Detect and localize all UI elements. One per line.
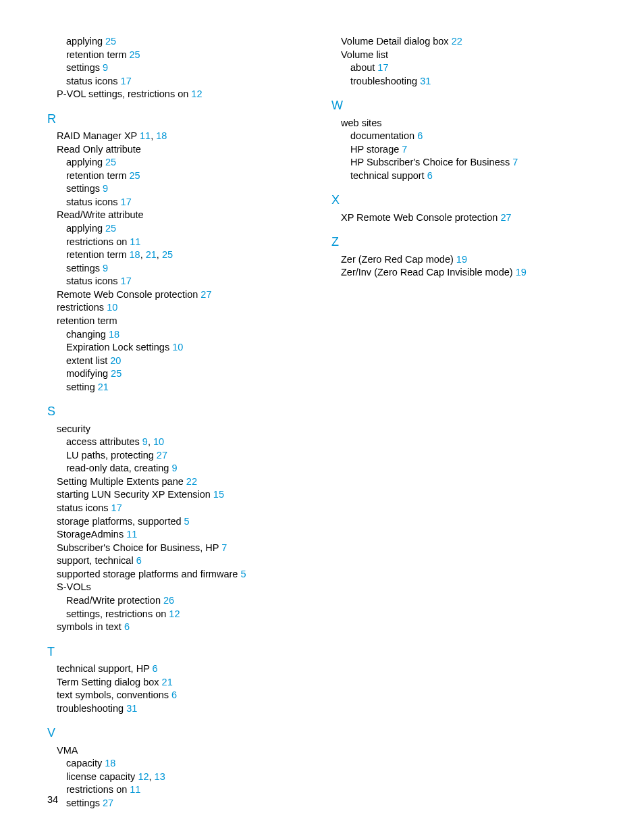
page-link[interactable]: 6 bbox=[171, 689, 177, 700]
page-link[interactable]: 9 bbox=[103, 263, 108, 273]
page-link[interactable]: 27 bbox=[103, 798, 113, 808]
index-entry-text: retention term bbox=[66, 49, 126, 60]
page-link[interactable]: 17 bbox=[121, 197, 132, 207]
page-link[interactable]: 25 bbox=[162, 249, 173, 260]
index-entry: Setting Multiple Extents pane 22 bbox=[57, 475, 313, 489]
page-link[interactable]: 21 bbox=[162, 677, 173, 687]
page-link[interactable]: 11 bbox=[130, 236, 140, 247]
page-link[interactable]: 6 bbox=[427, 170, 433, 181]
page-link[interactable]: 18 bbox=[109, 329, 119, 340]
index-entry: Read/Write protection 26 bbox=[66, 594, 313, 608]
index-entry: Volume list bbox=[341, 49, 597, 62]
page-link[interactable]: 26 bbox=[163, 595, 174, 606]
index-entry-text: settings bbox=[66, 62, 100, 73]
index-entry-text: security bbox=[57, 423, 90, 434]
page-link[interactable]: 20 bbox=[110, 355, 121, 366]
page-link[interactable]: 9 bbox=[171, 463, 177, 473]
index-entry-text: HP storage bbox=[350, 144, 399, 155]
page-link[interactable]: 22 bbox=[452, 36, 462, 47]
page-link[interactable]: 9 bbox=[103, 183, 108, 194]
index-right-column: Volume Detail dialog box 22Volume listab… bbox=[331, 35, 597, 810]
index-entry-text: P-VOL settings, restrictions on bbox=[57, 88, 188, 99]
page-link[interactable]: 6 bbox=[417, 130, 423, 141]
page-link[interactable]: 12 bbox=[138, 771, 149, 782]
page-link[interactable]: 13 bbox=[155, 771, 165, 782]
page-link[interactable]: 12 bbox=[191, 88, 202, 99]
page-link[interactable]: 18 bbox=[156, 130, 167, 141]
page-link[interactable]: 9 bbox=[103, 62, 108, 73]
page-link[interactable]: 31 bbox=[126, 703, 137, 714]
page-link[interactable]: 19 bbox=[516, 267, 527, 278]
page-link[interactable]: 18 bbox=[105, 758, 115, 768]
index-entry: starting LUN Security XP Extension 15 bbox=[57, 488, 313, 502]
index-entry: restrictions on 11 bbox=[66, 783, 313, 797]
page-link[interactable]: 21 bbox=[98, 382, 109, 392]
index-section-v: V bbox=[47, 725, 313, 741]
page-link[interactable]: 7 bbox=[221, 542, 227, 553]
index-section-z: Z bbox=[331, 234, 597, 250]
index-entry-text: settings bbox=[66, 798, 100, 808]
page-link[interactable]: 25 bbox=[105, 223, 116, 234]
page-link[interactable]: 6 bbox=[124, 621, 130, 632]
index-entry-text: extent list bbox=[66, 355, 107, 366]
index-section-x: X bbox=[331, 192, 597, 208]
index-page: applying 25retention term 25settings 9st… bbox=[0, 0, 644, 810]
page-link[interactable]: 27 bbox=[200, 289, 211, 300]
index-entry: technical support, HP 6 bbox=[57, 662, 313, 676]
page-link[interactable]: 25 bbox=[111, 368, 122, 379]
page-link[interactable]: 17 bbox=[121, 76, 132, 86]
page-link[interactable]: 11 bbox=[140, 130, 151, 141]
page-link[interactable]: 31 bbox=[420, 76, 431, 86]
page-link[interactable]: 5 bbox=[184, 516, 190, 527]
index-entry-text: read-only data, creating bbox=[66, 463, 169, 473]
page-link[interactable]: 17 bbox=[121, 276, 132, 286]
page-link[interactable]: 17 bbox=[377, 62, 388, 73]
page-link[interactable]: 11 bbox=[130, 784, 140, 795]
page-link[interactable]: 19 bbox=[456, 254, 467, 265]
page-link[interactable]: 7 bbox=[512, 157, 518, 167]
page-link[interactable]: 11 bbox=[126, 529, 137, 540]
index-entry: HP storage 7 bbox=[350, 143, 597, 157]
index-entry-text: S-VOLs bbox=[57, 581, 91, 592]
index-entry-text: VMA bbox=[57, 745, 78, 756]
index-entry: RAID Manager XP 11, 18 bbox=[57, 130, 313, 143]
index-entry-text: capacity bbox=[66, 758, 102, 768]
page-link[interactable]: 21 bbox=[146, 249, 157, 260]
index-entry-text: changing bbox=[66, 329, 106, 340]
index-section-w: W bbox=[331, 97, 597, 113]
index-entry: LU paths, protecting 27 bbox=[66, 449, 313, 463]
index-entry: read-only data, creating 9 bbox=[66, 462, 313, 475]
page-link[interactable]: 10 bbox=[107, 302, 117, 313]
page-link[interactable]: 27 bbox=[157, 450, 167, 461]
page-link[interactable]: 25 bbox=[105, 157, 116, 167]
page-link[interactable]: 27 bbox=[500, 212, 511, 223]
page-link[interactable]: 22 bbox=[186, 476, 197, 487]
index-section-r: R bbox=[47, 111, 313, 127]
index-entry-text: retention term bbox=[66, 249, 126, 260]
page-link[interactable]: 9 bbox=[142, 436, 148, 447]
page-link[interactable]: 25 bbox=[130, 49, 140, 60]
page-link[interactable]: 10 bbox=[153, 436, 164, 447]
page-link[interactable]: 17 bbox=[111, 502, 122, 513]
index-entry-text: Term Setting dialog box bbox=[57, 677, 159, 687]
index-entry: S-VOLs bbox=[57, 581, 313, 594]
index-entry-text: technical support bbox=[350, 170, 425, 181]
index-entry-text: license capacity bbox=[66, 771, 135, 782]
index-entry-text: storage platforms, supported bbox=[57, 516, 182, 527]
page-link[interactable]: 6 bbox=[136, 555, 142, 566]
page-link[interactable]: 7 bbox=[402, 144, 407, 155]
index-entry: retention term bbox=[57, 315, 313, 328]
index-entry-text: troubleshooting bbox=[57, 703, 124, 714]
page-link[interactable]: 25 bbox=[105, 36, 116, 47]
page-link[interactable]: 12 bbox=[169, 608, 180, 619]
page-link[interactable]: 6 bbox=[153, 663, 158, 674]
index-entry: Subscriber's Choice for Business, HP 7 bbox=[57, 542, 313, 555]
index-entry: applying 25 bbox=[66, 222, 313, 236]
index-left-column: applying 25retention term 25settings 9st… bbox=[47, 35, 313, 810]
page-link[interactable]: 10 bbox=[172, 342, 183, 353]
page-link[interactable]: 15 bbox=[213, 489, 224, 500]
page-link[interactable]: 25 bbox=[130, 170, 140, 181]
page-link[interactable]: 5 bbox=[240, 569, 246, 579]
page-link[interactable]: 18 bbox=[130, 249, 140, 260]
index-entry: VMA bbox=[57, 744, 313, 758]
